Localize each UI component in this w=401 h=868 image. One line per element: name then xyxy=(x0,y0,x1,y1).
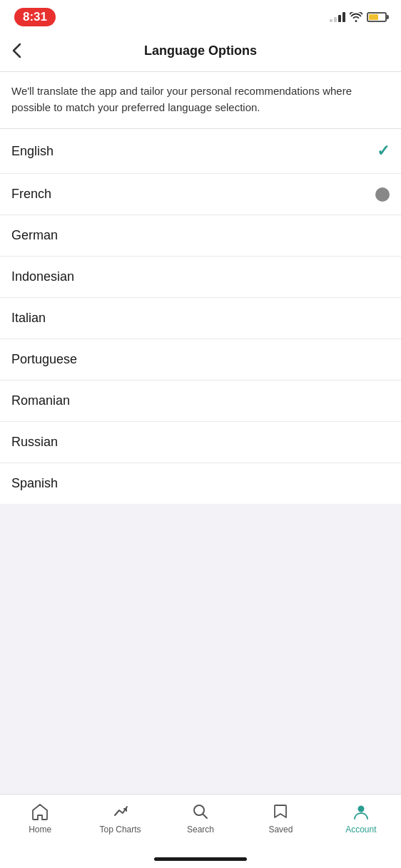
signal-icon xyxy=(330,12,345,22)
dot-icon xyxy=(375,187,390,202)
language-item-romanian[interactable]: Romanian xyxy=(0,381,401,422)
search-icon xyxy=(191,802,210,822)
status-bar: 8:31 xyxy=(0,0,401,31)
nav-item-saved[interactable]: Saved xyxy=(240,802,320,835)
nav-label-account: Account xyxy=(345,825,376,835)
saved-icon xyxy=(270,802,290,822)
home-bar xyxy=(154,857,247,861)
language-name: Spanish xyxy=(11,476,58,491)
status-time: 8:31 xyxy=(14,8,56,26)
language-name: Romanian xyxy=(11,393,70,408)
language-item-german[interactable]: German xyxy=(0,215,401,257)
language-item-spanish[interactable]: Spanish xyxy=(0,463,401,504)
language-name: Italian xyxy=(11,311,46,326)
svg-point-1 xyxy=(357,806,364,812)
nav-label-top-charts: Top Charts xyxy=(100,825,141,835)
language-name: Portuguese xyxy=(11,352,77,367)
nav-item-account[interactable]: Account xyxy=(321,802,401,835)
language-list: English ✓ French German Indonesian Itali… xyxy=(0,129,401,504)
language-item-italian[interactable]: Italian xyxy=(0,298,401,339)
language-item-french[interactable]: French xyxy=(0,174,401,215)
bottom-nav: Home Top Charts Search Saved xyxy=(0,794,401,853)
battery-icon xyxy=(367,12,387,22)
home-icon xyxy=(30,802,50,822)
language-item-portuguese[interactable]: Portuguese xyxy=(0,339,401,381)
language-name: Russian xyxy=(11,435,58,450)
language-name: German xyxy=(11,228,58,243)
wifi-icon xyxy=(350,12,362,22)
language-name: English xyxy=(11,144,54,159)
nav-item-search[interactable]: Search xyxy=(161,802,240,835)
nav-label-home: Home xyxy=(29,825,51,835)
page-title: Language Options xyxy=(144,43,257,58)
header: Language Options xyxy=(0,31,401,72)
empty-space xyxy=(0,504,401,794)
nav-item-top-charts[interactable]: Top Charts xyxy=(80,802,160,835)
language-item-english[interactable]: English ✓ xyxy=(0,129,401,174)
language-name: French xyxy=(11,187,51,202)
language-item-russian[interactable]: Russian xyxy=(0,422,401,463)
home-indicator xyxy=(0,853,401,868)
top-charts-icon xyxy=(111,802,131,822)
nav-label-saved: Saved xyxy=(268,825,293,835)
language-name: Indonesian xyxy=(11,269,74,284)
description-text: We'll translate the app and tailor your … xyxy=(0,72,401,129)
checkmark-icon: ✓ xyxy=(377,142,390,160)
nav-label-search: Search xyxy=(187,825,214,835)
status-icons xyxy=(330,12,387,22)
account-icon xyxy=(351,802,371,822)
nav-item-home[interactable]: Home xyxy=(0,802,80,835)
back-button[interactable] xyxy=(11,40,27,61)
language-item-indonesian[interactable]: Indonesian xyxy=(0,257,401,298)
